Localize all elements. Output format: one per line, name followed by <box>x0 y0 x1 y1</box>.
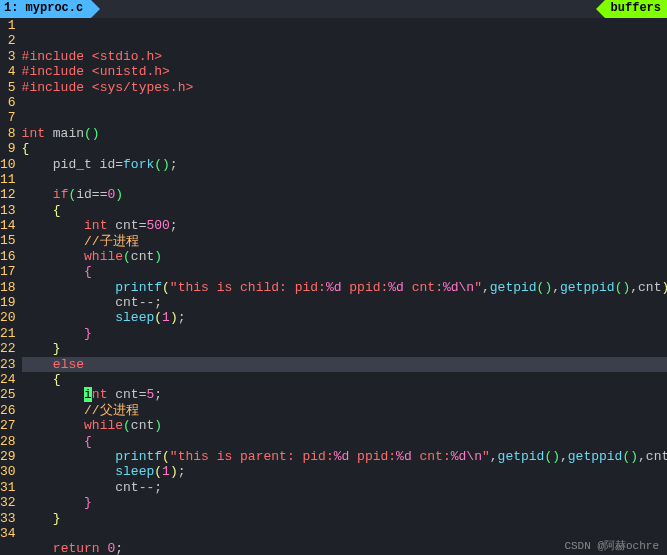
line-number: 14 <box>0 218 16 233</box>
code-line[interactable]: if(id==0) <box>22 187 667 202</box>
line-number: 6 <box>0 95 16 110</box>
line-number: 26 <box>0 403 16 418</box>
tab-current-file[interactable]: 1: myproc.c <box>0 0 91 18</box>
code-line[interactable]: //父进程 <box>22 403 667 418</box>
line-number: 16 <box>0 249 16 264</box>
line-number: 28 <box>0 434 16 449</box>
tab-buffers[interactable]: buffers <box>605 0 667 18</box>
tab-filename: myproc.c <box>26 1 84 15</box>
code-content: #include <stdio.h>#include <unistd.h>#in… <box>22 49 667 555</box>
line-number: 13 <box>0 203 16 218</box>
code-line[interactable]: { <box>22 434 667 449</box>
code-line[interactable]: else <box>22 357 667 372</box>
line-number: 12 <box>0 187 16 202</box>
code-line[interactable]: #include <sys/types.h> <box>22 80 667 95</box>
line-number: 32 <box>0 495 16 510</box>
code-line[interactable] <box>22 526 667 541</box>
line-number: 1 <box>0 18 16 33</box>
code-line[interactable] <box>22 95 667 110</box>
line-number: 33 <box>0 511 16 526</box>
line-number: 19 <box>0 295 16 310</box>
code-area[interactable]: #include <stdio.h>#include <unistd.h>#in… <box>22 18 667 555</box>
code-line[interactable]: pid_t id=fork(); <box>22 157 667 172</box>
line-number: 4 <box>0 64 16 79</box>
line-number: 29 <box>0 449 16 464</box>
tab-bar: 1: myproc.c buffers <box>0 0 667 18</box>
code-line[interactable]: sleep(1); <box>22 310 667 325</box>
code-line[interactable]: int main() <box>22 126 667 141</box>
line-number: 20 <box>0 310 16 325</box>
code-line[interactable] <box>22 110 667 125</box>
line-number: 8 <box>0 126 16 141</box>
code-line[interactable]: } <box>22 495 667 510</box>
code-line[interactable]: while(cnt) <box>22 249 667 264</box>
code-line[interactable]: int cnt=5; <box>22 387 667 402</box>
line-number: 27 <box>0 418 16 433</box>
code-line[interactable]: { <box>22 141 667 156</box>
line-number: 15 <box>0 233 16 248</box>
code-line[interactable]: sleep(1); <box>22 464 667 479</box>
line-number: 5 <box>0 80 16 95</box>
line-number: 34 <box>0 526 16 541</box>
line-number: 7 <box>0 110 16 125</box>
line-number: 23 <box>0 357 16 372</box>
code-line[interactable]: #include <stdio.h> <box>22 49 667 64</box>
code-line[interactable]: } <box>22 341 667 356</box>
code-line[interactable]: { <box>22 264 667 279</box>
line-number: 25 <box>0 387 16 402</box>
code-line[interactable]: printf("this is parent: pid:%d ppid:%d c… <box>22 449 667 464</box>
code-line[interactable]: return 0; <box>22 541 667 555</box>
line-number: 30 <box>0 464 16 479</box>
line-number: 3 <box>0 49 16 64</box>
code-line[interactable] <box>22 172 667 187</box>
code-line[interactable]: { <box>22 203 667 218</box>
line-number: 10 <box>0 157 16 172</box>
code-line[interactable]: while(cnt) <box>22 418 667 433</box>
tab-index: 1 <box>4 1 11 15</box>
editor[interactable]: 1234567891011121314151617181920212223242… <box>0 18 667 555</box>
code-line[interactable]: } <box>22 326 667 341</box>
code-line[interactable]: { <box>22 372 667 387</box>
line-number: 17 <box>0 264 16 279</box>
line-number: 21 <box>0 326 16 341</box>
line-number: 24 <box>0 372 16 387</box>
code-line[interactable]: int cnt=500; <box>22 218 667 233</box>
line-number: 31 <box>0 480 16 495</box>
line-number: 11 <box>0 172 16 187</box>
line-number: 2 <box>0 33 16 48</box>
line-number-gutter: 1234567891011121314151617181920212223242… <box>0 18 22 555</box>
code-line[interactable]: printf("this is child: pid:%d ppid:%d cn… <box>22 280 667 295</box>
code-line[interactable]: cnt--; <box>22 480 667 495</box>
code-line[interactable]: #include <unistd.h> <box>22 64 667 79</box>
line-number: 18 <box>0 280 16 295</box>
line-number: 9 <box>0 141 16 156</box>
code-line[interactable]: } <box>22 511 667 526</box>
code-line[interactable]: cnt--; <box>22 295 667 310</box>
code-line[interactable]: //子进程 <box>22 234 667 249</box>
line-number: 22 <box>0 341 16 356</box>
